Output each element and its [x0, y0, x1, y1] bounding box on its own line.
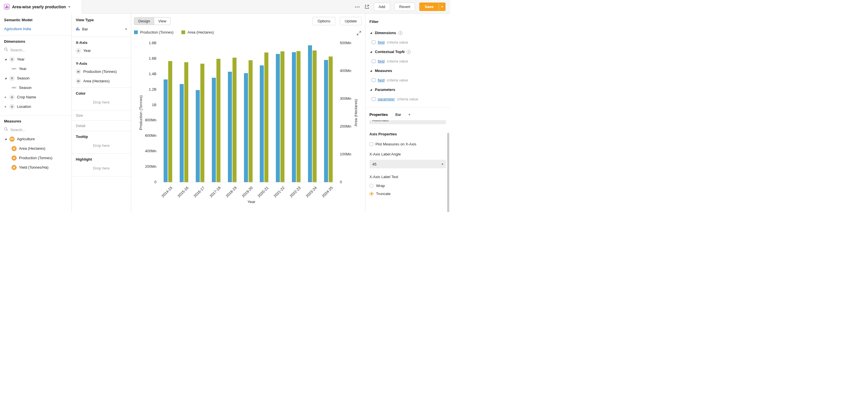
filter-section-label: Parameters	[375, 88, 395, 92]
wrap-radio[interactable]	[369, 184, 373, 188]
more-options-icon[interactable]: ⋯	[355, 4, 360, 9]
field-link[interactable]: field	[378, 40, 384, 44]
info-icon[interactable]: i	[407, 50, 411, 54]
filter-section-label: Measures	[375, 69, 392, 73]
bar-production[interactable]	[196, 90, 200, 182]
field-link[interactable]: field	[378, 78, 384, 82]
bar-production[interactable]	[228, 72, 232, 182]
bar-production[interactable]	[164, 79, 167, 182]
filter-checkbox[interactable]	[372, 59, 375, 63]
measure-item-area[interactable]: M Area (Hectares)	[0, 144, 71, 153]
dimension-item-location[interactable]: ▸ D Location	[0, 102, 71, 111]
bar-area[interactable]	[200, 64, 205, 182]
view-type-caret[interactable]: ▾	[125, 27, 127, 31]
collapse-icon[interactable]: ◢	[4, 77, 7, 79]
filter-section-measures[interactable]: ◢ Measures	[369, 69, 446, 73]
dimensions-search-input[interactable]	[10, 48, 53, 52]
truncate-radio[interactable]	[369, 192, 373, 196]
expand-icon[interactable]: ▸	[4, 105, 7, 108]
criteria-hint: criteria value	[387, 78, 408, 82]
save-button[interactable]: Save	[420, 3, 439, 11]
bar-production[interactable]	[244, 73, 248, 182]
right-axis-tick-label: 100Mn	[340, 152, 351, 156]
properties-header: Properties Bar ▾	[369, 112, 446, 117]
bar-area[interactable]	[313, 50, 317, 182]
save-dropdown-caret[interactable]: ▾	[439, 3, 445, 11]
title-dropdown-caret[interactable]: ▾	[69, 5, 70, 9]
y-axis-field-production[interactable]: M Production (Tonnes)	[72, 67, 131, 76]
properties-type-caret[interactable]: ▾	[409, 113, 410, 116]
semantic-model-link[interactable]: Agriculture India	[0, 27, 71, 31]
y-axis-field-area[interactable]: M Area (Hectares)	[72, 76, 131, 86]
parameter-link[interactable]: parameter	[378, 97, 395, 101]
bar-area[interactable]	[216, 59, 220, 182]
filter-section-contextual-topn[interactable]: ◢ Contextual TopN i	[369, 49, 446, 54]
filter-section-dimensions[interactable]: ◢ Dimensions i	[369, 31, 446, 35]
bar-production[interactable]	[180, 84, 184, 182]
y-axis-heading: Y-Axis	[72, 61, 131, 66]
export-icon[interactable]	[365, 4, 369, 9]
bar-production[interactable]	[308, 45, 312, 182]
expand-icon[interactable]: ▸	[4, 95, 7, 99]
x-axis-label-angle-select[interactable]: 45 ▾	[369, 160, 446, 168]
view-type-dropdown[interactable]: Bar ▾	[72, 24, 131, 34]
filter-criteria-row: field criteria value	[372, 40, 446, 44]
field-link[interactable]: field	[378, 59, 384, 63]
measure-item-production[interactable]: M Production (Tonnes)	[0, 153, 71, 163]
x-axis-field-label: Year	[83, 48, 91, 53]
dimension-field-year[interactable]: ABC Year	[0, 64, 71, 73]
filter-checkbox[interactable]	[372, 40, 375, 44]
right-axis-title: Area (Hectares)	[353, 99, 358, 126]
x-axis-field-year[interactable]: A Year	[72, 46, 131, 55]
tooltip-drop-zone[interactable]: Drop here	[72, 139, 131, 154]
filter-checkbox[interactable]	[372, 78, 375, 82]
dimension-item-season[interactable]: ◢ D Season	[0, 73, 71, 83]
bar-area[interactable]	[249, 60, 253, 182]
tab-design[interactable]: Design	[134, 17, 154, 25]
measure-item-yield[interactable]: M Yield (Tonnes/Ha)	[0, 163, 71, 172]
plot-measures-checkbox[interactable]	[369, 142, 373, 146]
bar-area[interactable]	[329, 57, 333, 182]
add-button[interactable]: Add	[374, 3, 390, 11]
tab-view[interactable]: View	[154, 17, 170, 25]
collapse-icon[interactable]: ◢	[4, 138, 7, 140]
collapse-icon[interactable]: ◢	[369, 50, 373, 53]
filter-checkbox[interactable]	[372, 97, 375, 101]
bar-area[interactable]	[265, 53, 268, 182]
bar-production[interactable]	[276, 54, 280, 182]
revert-button[interactable]: Revert	[394, 3, 415, 11]
legend-item-area[interactable]: Area (Hectares)	[181, 30, 214, 34]
color-drop-zone[interactable]: Drop here	[72, 96, 131, 110]
collapse-icon[interactable]: ◢	[369, 88, 373, 91]
dimension-item-crop-name[interactable]: ▸ D Crop Name	[0, 92, 71, 102]
dimension-item-year[interactable]: ◢ D Year	[0, 55, 71, 64]
clipped-dropdown-automatic[interactable]: Automatic	[369, 120, 446, 124]
bar-production[interactable]	[324, 60, 328, 182]
search-icon	[4, 127, 8, 132]
bar-production[interactable]	[212, 78, 216, 182]
measure-group-agriculture[interactable]: ◢ MG Agriculture	[0, 134, 71, 144]
measures-search-input[interactable]	[10, 128, 53, 132]
bar-area[interactable]	[184, 62, 188, 182]
x-axis-label-text-label: X-Axis Label Text	[369, 175, 446, 179]
bar-production[interactable]	[260, 65, 264, 182]
filter-section-parameters[interactable]: ◢ Parameters	[369, 88, 446, 92]
options-button[interactable]: Options	[313, 17, 335, 25]
bar-area[interactable]	[280, 52, 284, 182]
bar-area[interactable]	[232, 58, 237, 182]
collapse-icon[interactable]: ◢	[369, 32, 373, 34]
collapse-icon[interactable]: ◢	[369, 69, 373, 72]
legend-item-production[interactable]: Production (Tonnes)	[134, 30, 174, 34]
update-button[interactable]: Update	[340, 17, 362, 25]
dimension-field-season[interactable]: ABC Season	[0, 83, 71, 92]
clipped-scroll-region: Automatic	[369, 120, 446, 125]
bar-production[interactable]	[292, 52, 296, 182]
bar-area[interactable]	[297, 51, 301, 182]
right-panel-scrollbar[interactable]	[447, 133, 449, 212]
top-bar: Area-wise yearly production ▾ ⋯ Add Reve…	[0, 0, 450, 14]
expand-chart-icon[interactable]	[357, 31, 361, 36]
bar-area[interactable]	[168, 61, 172, 182]
collapse-icon[interactable]: ◢	[4, 58, 7, 61]
info-icon[interactable]: i	[398, 31, 402, 35]
highlight-drop-zone[interactable]: Drop here	[72, 162, 131, 176]
